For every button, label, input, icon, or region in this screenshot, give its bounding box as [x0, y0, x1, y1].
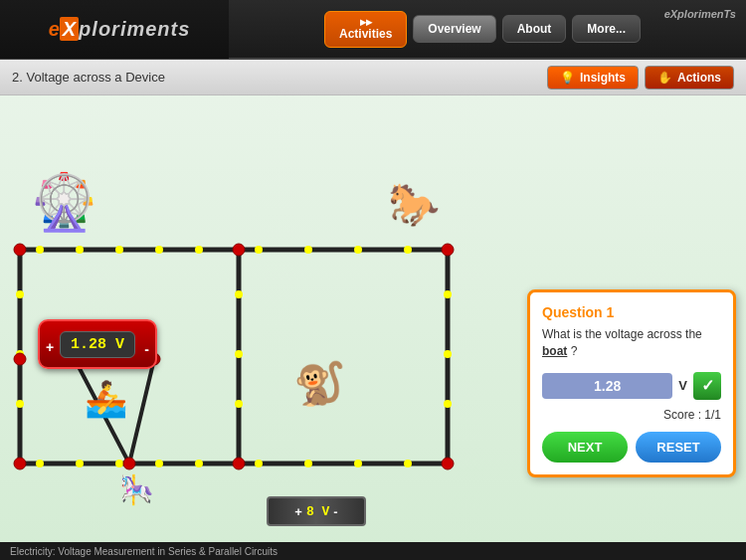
svg-point-21: [354, 246, 362, 254]
lightbulb-icon: 💡: [560, 71, 575, 85]
voltmeter: + 1.28 V -: [38, 319, 157, 369]
voltmeter-display: 1.28 V: [60, 331, 135, 358]
ferris-wheel-toy: 🎡: [30, 170, 99, 245]
next-button[interactable]: NEXT: [542, 432, 628, 463]
svg-point-26: [404, 460, 412, 467]
monkey-figure: 🐒: [293, 359, 345, 408]
breadcrumb-bar: 2. Voltage across a Device 💡 Insights ✋ …: [0, 60, 746, 95]
svg-point-18: [195, 460, 203, 467]
panel-action-buttons: NEXT RESET: [542, 432, 721, 463]
battery: + 8 V -: [267, 496, 366, 526]
battery-value-display: 8 V: [306, 504, 329, 519]
circuit-diagram: [0, 95, 507, 533]
svg-point-19: [255, 246, 263, 254]
svg-point-31: [444, 350, 452, 358]
horse-statue: 🐎: [388, 180, 440, 229]
seesaw-figure: 🎠: [119, 473, 154, 506]
svg-point-42: [442, 458, 454, 469]
svg-point-29: [16, 400, 24, 408]
breadcrumb-text: 2. Voltage across a Device: [12, 70, 165, 85]
svg-point-43: [14, 353, 26, 365]
voltmeter-plus-terminal: +: [46, 339, 54, 355]
svg-point-22: [404, 246, 412, 254]
logo-area: eXploriments: [0, 0, 229, 59]
svg-point-9: [36, 246, 44, 254]
svg-point-41: [233, 458, 245, 469]
svg-point-35: [235, 400, 243, 408]
main-content: 🎡 🐎 + 1.28 V - 🚣 🐒 🎠 + 8 V - Question 1 …: [0, 95, 746, 560]
svg-point-13: [195, 246, 203, 254]
svg-point-17: [155, 460, 163, 467]
score-display: Score : 1/1: [542, 408, 721, 422]
hand-icon: ✋: [657, 71, 672, 85]
svg-point-32: [444, 400, 452, 408]
overview-button[interactable]: Overview: [413, 15, 495, 43]
answer-input-field[interactable]: 1.28: [542, 373, 672, 399]
logo: eXploriments: [49, 18, 191, 41]
svg-point-30: [444, 290, 452, 298]
status-text: Electricity: Voltage Measurement in Seri…: [10, 546, 278, 557]
svg-point-38: [442, 244, 454, 256]
activities-button[interactable]: ▶▶Activities: [324, 11, 407, 48]
question-panel: Question 1 What is the voltage across th…: [527, 289, 736, 477]
top-right-logo: eXplorimenTs: [664, 8, 736, 20]
more-button[interactable]: More...: [572, 15, 641, 43]
svg-point-36: [14, 244, 26, 256]
svg-point-27: [16, 290, 24, 298]
svg-point-23: [255, 460, 263, 467]
svg-point-25: [354, 460, 362, 467]
svg-point-12: [155, 246, 163, 254]
battery-minus-terminal: -: [333, 504, 337, 519]
boat-figure: 🚣: [85, 379, 128, 420]
about-button[interactable]: About: [502, 15, 567, 43]
svg-line-8: [129, 359, 154, 464]
svg-point-14: [36, 460, 44, 467]
check-answer-button[interactable]: ✓: [693, 372, 721, 400]
status-bar: Electricity: Voltage Measurement in Seri…: [0, 542, 746, 560]
question-text: What is the voltage across the boat ?: [542, 326, 721, 360]
svg-point-40: [123, 458, 135, 469]
svg-point-11: [115, 246, 123, 254]
insights-button[interactable]: 💡 Insights: [547, 66, 639, 90]
svg-point-33: [235, 290, 243, 298]
answer-row: 1.28 V ✓: [542, 372, 721, 400]
svg-point-24: [304, 460, 312, 467]
reset-button[interactable]: RESET: [636, 432, 721, 463]
svg-point-20: [304, 246, 312, 254]
svg-point-15: [76, 460, 84, 467]
breadcrumb-buttons: 💡 Insights ✋ Actions: [547, 66, 734, 90]
svg-point-39: [14, 458, 26, 469]
actions-button[interactable]: ✋ Actions: [645, 66, 734, 90]
answer-unit-label: V: [678, 378, 687, 393]
voltmeter-minus-terminal: -: [144, 341, 149, 357]
svg-point-37: [233, 244, 245, 256]
svg-point-34: [235, 350, 243, 358]
battery-plus-terminal: +: [294, 504, 302, 519]
question-title: Question 1: [542, 304, 721, 320]
svg-point-16: [115, 460, 123, 467]
svg-point-10: [76, 246, 84, 254]
header: eXploriments ▶▶ActivitiesOverviewAboutMo…: [0, 0, 746, 60]
